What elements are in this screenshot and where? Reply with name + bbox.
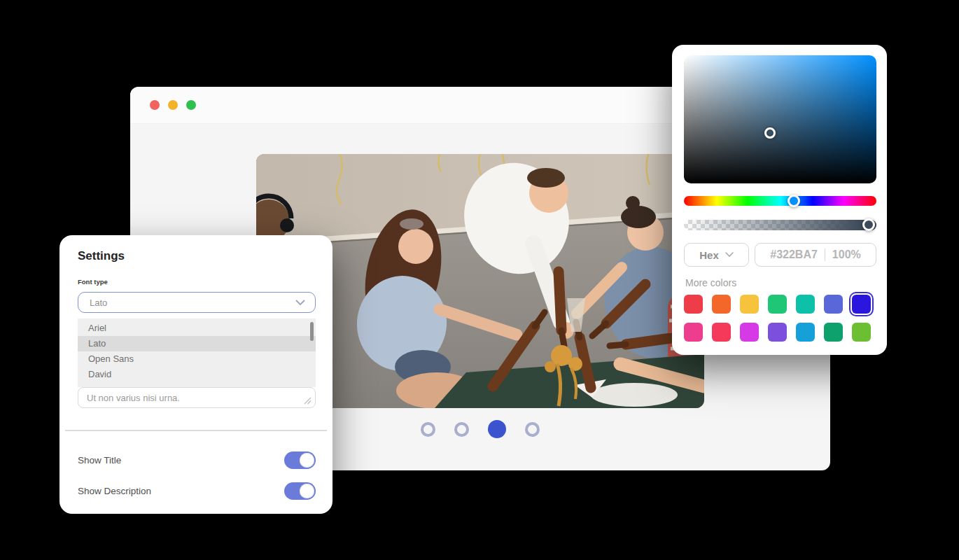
toggle-knob — [300, 453, 314, 468]
maximize-window-button[interactable] — [186, 100, 196, 110]
opacity-value: 100% — [832, 248, 861, 261]
color-format-value: Hex — [699, 249, 719, 261]
swatch-blue-selected[interactable] — [852, 295, 871, 314]
font-type-label: Font type — [78, 278, 108, 286]
list-scrollbar-thumb[interactable] — [310, 322, 314, 341]
chevron-down-icon — [725, 252, 734, 258]
hue-slider-handle[interactable] — [788, 195, 800, 207]
swatch-rose[interactable] — [712, 323, 731, 342]
color-swatches — [684, 295, 871, 342]
swatch-teal[interactable] — [796, 295, 815, 314]
show-description-toggle[interactable] — [284, 482, 316, 500]
swatch-orange[interactable] — [712, 295, 731, 314]
canvas: Settings Font type Lato Ariel Lato Open … — [0, 0, 959, 560]
show-description-row: Show Description — [78, 482, 316, 500]
resize-handle-icon[interactable] — [303, 396, 312, 405]
carousel-dot-1[interactable] — [421, 422, 435, 437]
show-title-toggle[interactable] — [284, 451, 316, 469]
font-type-select-value: Lato — [90, 298, 107, 308]
swatch-periwinkle[interactable] — [824, 295, 843, 314]
swatch-azure[interactable] — [796, 323, 815, 342]
swatch-lime[interactable] — [852, 323, 871, 342]
font-option-open-sans[interactable]: Open Sans — [78, 351, 316, 367]
swatch-magenta[interactable] — [740, 323, 759, 342]
swatch-green[interactable] — [768, 295, 787, 314]
color-picker-panel: Hex #322BA7 100% More colors — [672, 45, 887, 355]
font-option-lato-selected[interactable]: Lato — [78, 336, 316, 351]
sample-text-box — [78, 387, 316, 408]
settings-divider — [65, 430, 327, 431]
chevron-down-icon — [295, 300, 305, 306]
swatch-yellow[interactable] — [740, 295, 759, 314]
saturation-cursor[interactable] — [764, 127, 776, 139]
font-option-ariel[interactable]: Ariel — [78, 321, 316, 336]
font-options-list: Ariel Lato Open Sans David — [78, 318, 316, 387]
hex-value: #322BA7 — [770, 248, 818, 261]
swatch-pink[interactable] — [684, 323, 703, 342]
show-title-label: Show Title — [78, 455, 121, 465]
swatch-emerald[interactable] — [824, 323, 843, 342]
close-window-button[interactable] — [150, 100, 160, 110]
color-value-row: Hex #322BA7 100% — [684, 243, 876, 267]
saturation-area[interactable] — [684, 55, 876, 183]
toggle-knob — [300, 484, 314, 498]
font-type-select[interactable]: Lato — [78, 292, 316, 313]
color-format-select[interactable]: Hex — [684, 243, 749, 267]
more-colors-label: More colors — [685, 277, 736, 288]
sample-text-input[interactable] — [78, 388, 315, 407]
opacity-slider[interactable] — [684, 220, 876, 230]
settings-panel: Settings Font type Lato Ariel Lato Open … — [59, 235, 332, 514]
hue-slider[interactable] — [684, 196, 876, 206]
carousel-dot-4[interactable] — [525, 422, 540, 437]
carousel-dot-3-active[interactable] — [488, 420, 506, 438]
show-description-label: Show Description — [78, 486, 151, 496]
show-title-row: Show Title — [78, 451, 316, 469]
carousel-dot-2[interactable] — [454, 422, 469, 437]
value-divider — [825, 248, 825, 261]
settings-title: Settings — [78, 249, 125, 263]
opacity-slider-handle[interactable] — [862, 218, 875, 231]
swatch-red[interactable] — [684, 295, 703, 314]
hex-value-field[interactable]: #322BA7 100% — [755, 243, 876, 267]
minimize-window-button[interactable] — [168, 100, 178, 110]
swatch-purple[interactable] — [768, 323, 787, 342]
font-option-david[interactable]: David — [78, 367, 316, 382]
